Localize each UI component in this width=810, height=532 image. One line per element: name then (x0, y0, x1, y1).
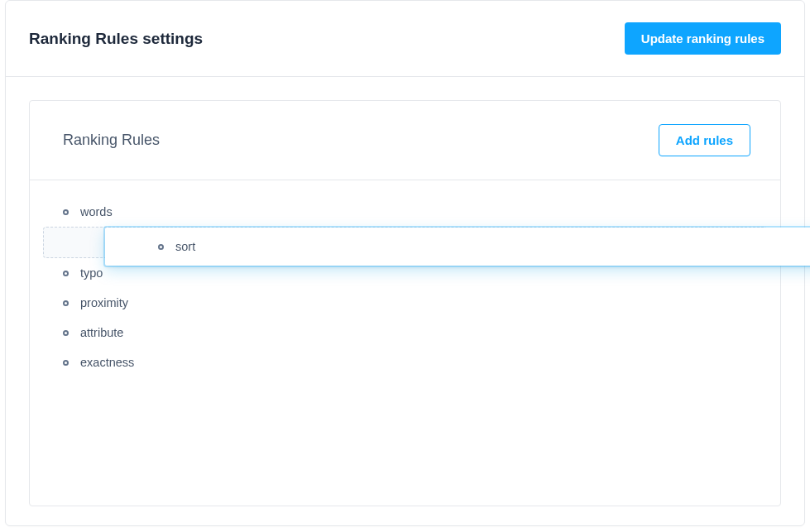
drag-handle-icon[interactable] (63, 209, 69, 215)
drag-handle-icon[interactable] (63, 330, 69, 336)
drag-handle-icon[interactable] (63, 300, 69, 306)
rules-list: words typo proximity attribute (30, 180, 780, 394)
drag-handle-icon[interactable] (63, 360, 69, 366)
rule-label: sort (175, 240, 195, 253)
rule-item[interactable]: words (43, 197, 767, 227)
rule-item[interactable]: proximity (43, 288, 767, 318)
rule-label: attribute (80, 326, 123, 339)
update-ranking-rules-button[interactable]: Update ranking rules (625, 22, 781, 55)
drag-handle-icon[interactable] (158, 244, 164, 250)
drag-handle-icon[interactable] (63, 271, 69, 276)
add-rules-button[interactable]: Add rules (659, 124, 750, 156)
card-header: Ranking Rules settings Update ranking ru… (6, 1, 804, 77)
rule-item[interactable]: exactness (43, 347, 767, 377)
rules-panel-header: Ranking Rules Add rules (30, 101, 780, 180)
rules-panel-title: Ranking Rules (63, 132, 160, 149)
rule-label: proximity (80, 296, 128, 309)
card-body: Ranking Rules Add rules words typo proxi… (6, 77, 804, 530)
rule-item[interactable]: attribute (43, 318, 767, 347)
rule-label: typo (80, 266, 103, 280)
rule-label: words (80, 205, 113, 218)
rule-label: exactness (80, 356, 134, 369)
rules-panel: Ranking Rules Add rules words typo proxi… (29, 100, 781, 506)
rule-item-dragging[interactable]: sort (105, 228, 810, 266)
page-title: Ranking Rules settings (29, 30, 203, 48)
